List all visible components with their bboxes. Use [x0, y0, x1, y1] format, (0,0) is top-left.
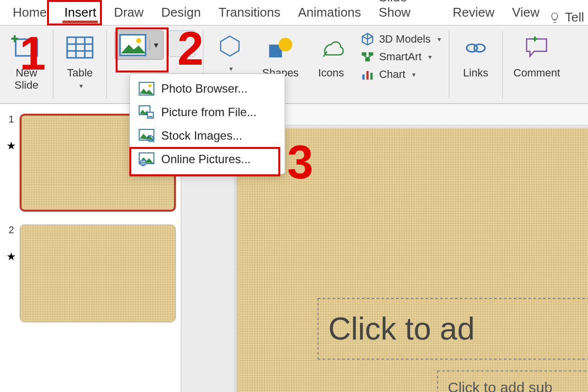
menu-online-pictures[interactable]: Online Pictures...: [130, 147, 285, 171]
svg-rect-19: [362, 74, 365, 80]
svg-marker-10: [220, 36, 239, 56]
shapes-icon: [265, 32, 296, 64]
cube-icon: [361, 32, 374, 46]
table-label: Table: [67, 67, 93, 79]
svg-rect-14: [362, 52, 366, 56]
slide-number: 1: [8, 114, 14, 125]
tab-slideshow[interactable]: Slide Show: [370, 0, 444, 25]
svg-line-17: [364, 56, 368, 58]
chart-button[interactable]: Chart▾: [361, 68, 441, 81]
links-label: Links: [463, 67, 488, 79]
chevron-down-icon: ▾: [79, 82, 83, 90]
3d-models-label: 3D Models: [379, 33, 431, 46]
slide-thumbnail-2[interactable]: [20, 224, 176, 322]
link-icon: [460, 32, 491, 64]
extra-shape-button[interactable]: ▾: [211, 30, 248, 74]
chart-label: Chart: [379, 68, 406, 81]
tab-view[interactable]: View: [503, 1, 548, 25]
group-links: Links: [449, 28, 502, 100]
slide-canvas[interactable]: Click to ad Click to add sub: [237, 128, 588, 392]
chart-icon: [361, 68, 374, 81]
tell-me[interactable]: Tell: [548, 10, 584, 25]
tab-transitions[interactable]: Transitions: [210, 1, 289, 25]
screenshot-button[interactable]: [169, 30, 195, 57]
svg-point-12: [279, 38, 293, 51]
chevron-down-icon: ▾: [229, 65, 233, 73]
new-slide-label: New Slide: [15, 67, 39, 92]
menu-stock-images[interactable]: Stock Images...: [130, 124, 285, 147]
tab-draw[interactable]: Draw: [105, 1, 152, 25]
svg-point-27: [148, 84, 151, 87]
online-pictures-icon: [139, 152, 154, 166]
thumb-gutter: 1 ★: [4, 114, 19, 152]
workspace: 1 ★ 2 ★ Click to ad Click to add sub: [0, 104, 588, 392]
3d-models-button[interactable]: 3D Models▾: [361, 32, 441, 46]
tab-design[interactable]: Design: [152, 1, 210, 25]
photo-browser-icon: [139, 82, 154, 96]
hexagon-icon: [214, 30, 245, 62]
comment-label: Comment: [514, 67, 560, 79]
subtitle-placeholder[interactable]: Click to add sub: [437, 370, 588, 392]
svg-point-23: [474, 44, 485, 52]
smartart-icon: [361, 50, 374, 64]
thumb-gutter: 2 ★: [4, 224, 19, 263]
group-slides: New Slide: [0, 28, 53, 100]
chevron-down-icon: ▾: [412, 71, 416, 78]
group-table: Table ▾: [53, 28, 106, 100]
menu-label: Stock Images...: [161, 129, 242, 143]
picture-file-icon: [139, 105, 154, 119]
transition-star-icon: ★: [6, 140, 16, 152]
svg-rect-15: [368, 52, 373, 56]
table-icon: [64, 32, 96, 64]
pictures-splitbutton[interactable]: ▾: [115, 30, 164, 60]
svg-rect-20: [366, 71, 368, 80]
pictures-dropdown: Photo Browser... Picture from File... St…: [129, 74, 285, 174]
menu-label: Photo Browser...: [161, 82, 247, 96]
svg-rect-0: [16, 39, 37, 56]
svg-line-33: [152, 141, 154, 143]
menu-label: Online Pictures...: [161, 152, 251, 166]
menu-label: Picture from File...: [161, 105, 257, 119]
table-button[interactable]: Table ▾: [61, 30, 98, 92]
svg-rect-16: [365, 58, 369, 61]
svg-line-18: [368, 56, 371, 58]
tab-review[interactable]: Review: [444, 1, 503, 25]
chevron-down-icon: ▾: [428, 53, 432, 61]
transition-star-icon: ★: [6, 250, 16, 263]
ribbon: New Slide Table ▾ ▾: [0, 25, 588, 104]
pictures-icon: [119, 34, 147, 56]
tab-home[interactable]: Home: [4, 1, 55, 25]
comment-icon: [521, 32, 552, 64]
icons-button[interactable]: Icons: [313, 30, 350, 81]
svg-rect-29: [147, 112, 153, 118]
svg-rect-3: [67, 37, 93, 58]
stock-images-icon: [139, 129, 154, 143]
smartart-button[interactable]: SmartArt▾: [361, 50, 441, 64]
group-comment: Comment: [503, 28, 571, 100]
menu-photo-browser[interactable]: Photo Browser...: [130, 77, 285, 100]
new-slide-button[interactable]: New Slide: [8, 30, 45, 94]
slide-number: 2: [8, 224, 14, 236]
illustrations-more: 3D Models▾ SmartArt▾ Chart▾: [361, 30, 441, 81]
smartart-label: SmartArt: [379, 50, 422, 63]
pictures-caret-icon[interactable]: ▾: [149, 40, 159, 50]
thumbnail-row[interactable]: 2 ★: [0, 221, 181, 332]
tab-insert[interactable]: Insert: [55, 1, 105, 25]
menu-picture-from-file[interactable]: Picture from File...: [130, 100, 285, 124]
ribbon-tabstrip: Home Insert Draw Design Transitions Anim…: [0, 0, 588, 25]
icons-label: Icons: [318, 67, 344, 79]
new-slide-icon: [11, 32, 42, 64]
chevron-down-icon: ▾: [438, 35, 441, 43]
svg-point-9: [136, 38, 141, 43]
tell-me-label: Tell: [565, 10, 584, 25]
title-placeholder[interactable]: Click to ad: [318, 298, 588, 360]
comment-button[interactable]: Comment: [511, 30, 563, 81]
svg-rect-21: [370, 73, 372, 80]
tab-animations[interactable]: Animations: [289, 1, 370, 25]
svg-rect-30: [148, 116, 152, 117]
icons-icon: [316, 32, 347, 64]
lightbulb-icon: [548, 11, 561, 24]
links-button[interactable]: Links: [457, 30, 494, 81]
